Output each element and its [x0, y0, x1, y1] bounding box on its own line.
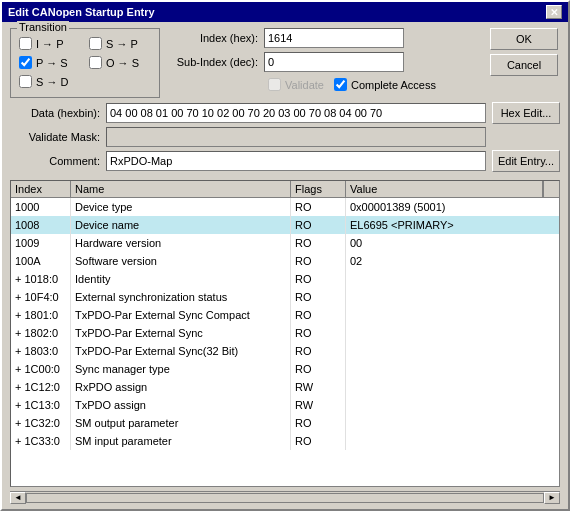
cb-i-p[interactable]	[19, 37, 32, 50]
cell-name: External synchronization status	[71, 288, 291, 306]
col-header-value: Value	[346, 181, 543, 197]
cell-name: TxPDO assign	[71, 396, 291, 414]
cell-index: + 1C13:0	[11, 396, 71, 414]
complete-access-label: Complete Access	[351, 79, 436, 91]
cell-index: + 10F4:0	[11, 288, 71, 306]
cell-name: Identity	[71, 270, 291, 288]
table-row[interactable]: 100ASoftware versionRO02	[11, 252, 559, 270]
data-section: Data (hexbin): Hex Edit... Validate Mask…	[10, 102, 560, 172]
cell-value: 02	[346, 252, 559, 270]
table-body[interactable]: 1000Device typeRO0x00001389 (5001)1008De…	[11, 198, 559, 486]
table-row[interactable]: + 10F4:0External synchronization statusR…	[11, 288, 559, 306]
table-row[interactable]: + 1C12:0RxPDO assignRW	[11, 378, 559, 396]
cb-o-s-row[interactable]: O → S	[89, 56, 151, 69]
cell-value	[346, 342, 559, 360]
table-row[interactable]: + 1802:0TxPDO-Par External SyncRO	[11, 324, 559, 342]
data-hex-input[interactable]	[106, 103, 486, 123]
table-row[interactable]: + 1C33:0SM input parameterRO	[11, 432, 559, 450]
subindex-label: Sub-Index (dec):	[168, 56, 258, 68]
cell-name: Device name	[71, 216, 291, 234]
cell-index: + 1802:0	[11, 324, 71, 342]
index-input[interactable]	[264, 28, 404, 48]
cell-name: SM input parameter	[71, 432, 291, 450]
cb-s-d[interactable]	[19, 75, 32, 88]
cb-p-s-row[interactable]: P → S	[19, 56, 81, 69]
cell-name: Device type	[71, 198, 291, 216]
data-hex-row: Data (hexbin): Hex Edit...	[10, 102, 560, 124]
ok-button[interactable]: OK	[490, 28, 558, 50]
close-button[interactable]: ✕	[546, 5, 562, 19]
scrollbar-track[interactable]	[26, 493, 544, 503]
data-hex-label: Data (hexbin):	[10, 107, 100, 119]
cell-value: EL6695 <PRIMARY>	[346, 216, 559, 234]
cb-s-d-row[interactable]: S → D	[19, 75, 81, 88]
cell-flags: RO	[291, 306, 346, 324]
action-buttons: OK Cancel	[490, 28, 560, 76]
complete-access-row[interactable]: Complete Access	[334, 78, 436, 91]
table-row[interactable]: + 1018:0IdentityRO	[11, 270, 559, 288]
transition-group: Transition I → P S → P P → S	[10, 28, 160, 98]
cell-name: Software version	[71, 252, 291, 270]
validate-mask-input[interactable]	[106, 127, 486, 147]
edit-entry-button[interactable]: Edit Entry...	[492, 150, 560, 172]
validate-checkbox	[268, 78, 281, 91]
table-row[interactable]: + 1801:0TxPDO-Par External Sync CompactR…	[11, 306, 559, 324]
cell-index: + 1C32:0	[11, 414, 71, 432]
cell-name: SM output parameter	[71, 414, 291, 432]
cancel-button[interactable]: Cancel	[490, 54, 558, 76]
table-row[interactable]: + 1C00:0Sync manager typeRO	[11, 360, 559, 378]
subindex-input[interactable]	[264, 52, 404, 72]
cell-name: TxPDO-Par External Sync	[71, 324, 291, 342]
top-row: Transition I → P S → P P → S	[10, 28, 560, 98]
index-label: Index (hex):	[168, 32, 258, 44]
validate-mask-row: Validate Mask:	[10, 127, 560, 147]
hex-edit-button[interactable]: Hex Edit...	[492, 102, 560, 124]
cell-value	[346, 270, 559, 288]
cb-o-s[interactable]	[89, 56, 102, 69]
comment-input[interactable]	[106, 151, 486, 171]
table-row[interactable]: 1009Hardware versionRO00	[11, 234, 559, 252]
cb-s-p-row[interactable]: S → P	[89, 37, 151, 50]
horizontal-scrollbar[interactable]: ◄ ►	[10, 491, 560, 503]
cell-flags: RW	[291, 396, 346, 414]
cell-index: + 1803:0	[11, 342, 71, 360]
window-title: Edit CANopen Startup Entry	[8, 6, 155, 18]
scroll-left-btn[interactable]: ◄	[10, 492, 26, 504]
comment-row: Comment: Edit Entry...	[10, 150, 560, 172]
index-row: Index (hex):	[168, 28, 482, 48]
cb-o-s-label: O → S	[106, 57, 139, 69]
cell-index: + 1801:0	[11, 306, 71, 324]
cell-value	[346, 432, 559, 450]
cell-value	[346, 414, 559, 432]
complete-access-checkbox[interactable]	[334, 78, 347, 91]
table-row[interactable]: + 1803:0TxPDO-Par External Sync(32 Bit)R…	[11, 342, 559, 360]
cell-flags: RO	[291, 414, 346, 432]
cell-name: Sync manager type	[71, 360, 291, 378]
scroll-right-btn[interactable]: ►	[544, 492, 560, 504]
cell-name: RxPDO assign	[71, 378, 291, 396]
cell-value: 0x00001389 (5001)	[346, 198, 559, 216]
cb-p-s[interactable]	[19, 56, 32, 69]
cell-flags: RO	[291, 270, 346, 288]
cb-i-p-row[interactable]: I → P	[19, 37, 81, 50]
cell-flags: RO	[291, 252, 346, 270]
cell-value	[346, 396, 559, 414]
cb-s-p-label: S → P	[106, 38, 138, 50]
cell-value	[346, 378, 559, 396]
validate-cb-row[interactable]: Validate	[268, 78, 324, 91]
col-header-index: Index	[11, 181, 71, 197]
table-row[interactable]: + 1C32:0SM output parameterRO	[11, 414, 559, 432]
table-row[interactable]: 1008Device nameROEL6695 <PRIMARY>	[11, 216, 559, 234]
cell-index: 1008	[11, 216, 71, 234]
cb-s-p[interactable]	[89, 37, 102, 50]
cb-p-s-label: P → S	[36, 57, 68, 69]
validate-mask-label: Validate Mask:	[10, 131, 100, 143]
cell-flags: RW	[291, 378, 346, 396]
subindex-row: Sub-Index (dec):	[168, 52, 482, 72]
cb-s-d-label: S → D	[36, 76, 68, 88]
table-row[interactable]: + 1C13:0TxPDO assignRW	[11, 396, 559, 414]
cell-index: 100A	[11, 252, 71, 270]
transition-checkboxes: I → P S → P P → S O → S	[19, 37, 151, 91]
table-row[interactable]: 1000Device typeRO0x00001389 (5001)	[11, 198, 559, 216]
cell-index: 1000	[11, 198, 71, 216]
